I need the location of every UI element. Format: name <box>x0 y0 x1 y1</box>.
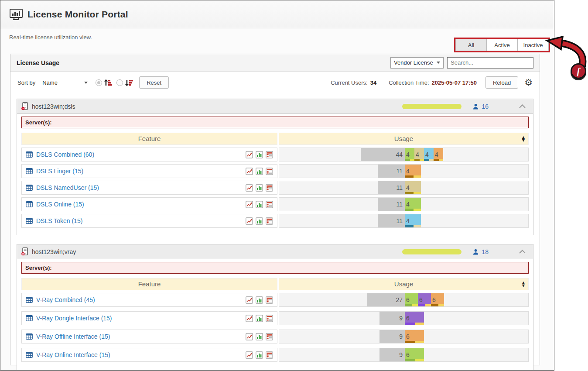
usage-cell: 9 6 <box>279 348 529 362</box>
line-chart-icon[interactable] <box>246 168 253 175</box>
usage-free-segment: 27 <box>367 293 405 306</box>
usage-free-segment: 11 <box>378 214 405 227</box>
feature-link[interactable]: DSLS NamedUser (15) <box>36 184 99 191</box>
server-panel: host123win;vray 18 Server(s): Feature Us… <box>17 244 533 371</box>
detail-table-icon[interactable] <box>266 184 273 192</box>
usage-free-segment: 44 <box>361 148 405 161</box>
feature-table-icon <box>26 218 33 224</box>
tab-all[interactable]: All <box>455 39 487 51</box>
bar-chart-icon[interactable] <box>256 333 263 340</box>
row-actions <box>246 201 273 208</box>
feature-link[interactable]: V-Ray Online Interface (15) <box>36 351 110 358</box>
chevron-up-icon[interactable] <box>519 250 526 254</box>
usage-green-segment: 6 <box>405 293 418 306</box>
collapse-button[interactable] <box>519 250 526 254</box>
feature-link[interactable]: DSLS Combined (60) <box>36 151 94 158</box>
usage-segment-value: 4 <box>416 151 419 158</box>
line-chart-icon[interactable] <box>246 201 253 208</box>
usage-header-label: Usage <box>394 135 413 142</box>
feature-link[interactable]: V-Ray Dongle Interface (15) <box>36 315 112 322</box>
line-chart-icon[interactable] <box>246 315 253 322</box>
line-chart-icon[interactable] <box>246 351 253 359</box>
detail-table-icon[interactable] <box>266 333 273 340</box>
usage-free-segment: 9 <box>379 330 405 343</box>
vendor-license-select[interactable]: Vendor License <box>390 57 444 69</box>
detail-table-icon[interactable] <box>266 201 273 208</box>
usage-tan-segment: 4 <box>414 148 424 161</box>
gear-icon[interactable]: ⚙ <box>524 78 533 87</box>
bar-chart-icon[interactable] <box>256 151 263 158</box>
feature-cell: V-Ray Combined (45) <box>21 293 277 307</box>
sort-ascending-icon[interactable] <box>104 79 112 86</box>
bar-chart-icon[interactable] <box>256 315 263 322</box>
sort-select-value: Name <box>42 79 58 86</box>
collection-time-value: 2025-05-07 17:50 <box>432 79 477 86</box>
column-sort-icon[interactable]: ▲▼ <box>522 281 525 287</box>
feature-cell: DSLS Token (15) <box>21 214 277 228</box>
usage-tan-segment: 4 <box>405 181 421 194</box>
detail-table-icon[interactable] <box>266 168 273 175</box>
usage-sub-strip <box>405 341 424 343</box>
table-header-row: Feature Usage ▲▼ <box>21 133 529 145</box>
usage-orange-segment: 6 <box>405 330 424 343</box>
row-actions <box>246 333 273 340</box>
feature-link[interactable]: V-Ray Combined (45) <box>36 296 95 303</box>
chevron-down-icon <box>437 62 440 64</box>
usage-cell: 27 6 6 <box>279 293 529 307</box>
server-panel-header[interactable]: host123win;dsls 16 <box>17 99 533 114</box>
sort-desc-radio[interactable] <box>116 79 123 86</box>
detail-table-icon[interactable] <box>266 217 273 225</box>
usage-purple-segment: 6 <box>405 312 424 325</box>
tab-active[interactable]: Active <box>487 39 518 51</box>
line-chart-icon[interactable] <box>246 184 253 192</box>
bar-chart-icon[interactable] <box>256 184 263 192</box>
bar-chart-icon[interactable] <box>256 217 263 225</box>
usage-sub-strip <box>424 159 434 161</box>
search-input[interactable] <box>447 57 533 69</box>
feature-row: V-Ray Combined (45) 27 6 <box>21 293 529 307</box>
feature-link[interactable]: DSLS Token (15) <box>36 217 82 224</box>
sort-asc-radio[interactable] <box>96 79 102 86</box>
line-chart-icon[interactable] <box>246 333 253 340</box>
server-icon <box>21 102 28 110</box>
detail-table-icon[interactable] <box>266 351 273 359</box>
row-actions <box>246 296 273 304</box>
detail-table-icon[interactable] <box>266 151 273 158</box>
line-chart-icon[interactable] <box>246 217 253 225</box>
detail-table-icon[interactable] <box>266 315 273 322</box>
usage-free-segment: 11 <box>378 165 405 178</box>
server-name: host123win;vray <box>32 248 76 255</box>
line-chart-icon[interactable] <box>246 296 253 304</box>
feature-row: DSLS Online (15) 11 4 <box>21 197 529 211</box>
usage-column-header[interactable]: Usage ▲▼ <box>279 278 529 290</box>
feature-table-icon <box>26 168 33 174</box>
sort-descending-icon[interactable] <box>125 79 133 86</box>
chevron-up-icon[interactable] <box>519 104 526 108</box>
chevron-down-icon <box>84 82 88 84</box>
usage-sub-strip <box>405 323 424 325</box>
bar-chart-icon[interactable] <box>256 296 263 304</box>
usage-sub-strip <box>405 359 424 361</box>
feature-row: V-Ray Online Interface (15) 9 6 <box>21 348 529 362</box>
feature-table-icon <box>26 201 33 207</box>
reload-button[interactable]: Reload <box>485 76 518 89</box>
usage-sub-strip <box>405 175 421 178</box>
line-chart-icon[interactable] <box>246 151 253 158</box>
feature-link[interactable]: DSLS Linger (15) <box>36 168 83 175</box>
feature-link[interactable]: V-Ray Offline Interface (15) <box>36 333 110 340</box>
feature-link[interactable]: DSLS Online (15) <box>36 201 84 208</box>
bar-chart-icon[interactable] <box>256 168 263 175</box>
capacity-progress-bar <box>402 249 462 254</box>
usage-column-header[interactable]: Usage ▲▼ <box>279 133 529 145</box>
sort-field-select[interactable]: Name <box>39 77 91 88</box>
bar-chart-icon[interactable] <box>256 201 263 208</box>
usage-blue-segment: 4 <box>405 214 421 227</box>
servers-label-row: Server(s): <box>21 262 529 274</box>
detail-table-icon[interactable] <box>266 296 273 304</box>
reset-button[interactable]: Reset <box>139 76 169 89</box>
collapse-button[interactable] <box>519 104 526 108</box>
server-panel-header[interactable]: host123win;vray 18 <box>17 244 533 259</box>
bar-chart-icon[interactable] <box>256 351 263 359</box>
column-sort-icon[interactable]: ▲▼ <box>522 136 525 142</box>
usage-orange-segment: 4 <box>405 165 421 178</box>
